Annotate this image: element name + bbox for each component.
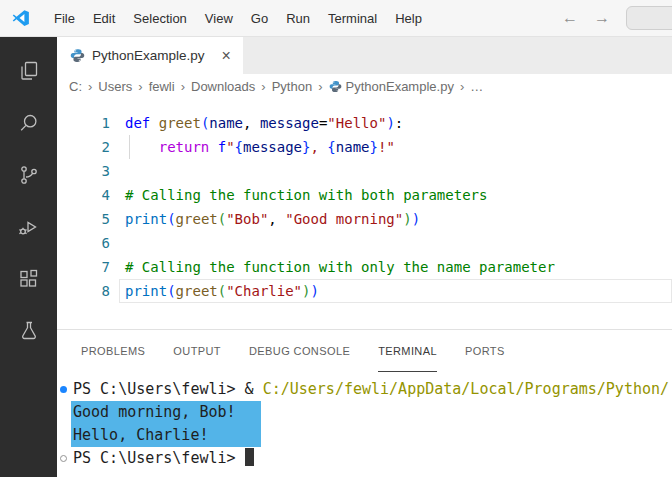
menu-go[interactable]: Go bbox=[242, 0, 277, 36]
python-file-icon bbox=[70, 48, 85, 63]
line-number: 8 bbox=[57, 279, 110, 303]
code-line: 7# Calling the function with only the na… bbox=[57, 255, 672, 279]
breadcrumb-separator: › bbox=[460, 79, 464, 94]
breadcrumb-separator: › bbox=[181, 79, 185, 94]
code-line: 5print(greet("Bob", "Good morning")) bbox=[57, 207, 672, 231]
source-control-icon[interactable] bbox=[17, 163, 41, 187]
indent-guide bbox=[129, 135, 130, 159]
terminal-line: PS C:\Users\fewli> bbox=[73, 447, 672, 470]
breadcrumb-separator: › bbox=[318, 79, 322, 94]
code-line: 6 bbox=[57, 231, 672, 255]
breadcrumb-item[interactable]: Downloads bbox=[191, 79, 255, 94]
tab-label: PythonExample.py bbox=[92, 48, 205, 63]
menu-view[interactable]: View bbox=[196, 0, 242, 36]
line-number: 1 bbox=[57, 111, 110, 135]
vscode-window: FileEditSelectionViewGoRunTerminalHelp ←… bbox=[0, 0, 672, 490]
terminal-cursor bbox=[245, 448, 254, 466]
menu-edit[interactable]: Edit bbox=[84, 0, 124, 36]
breadcrumb: C:›Users›fewli›Downloads›Python› PythonE… bbox=[57, 74, 672, 99]
code-line: 2 return f"{message}, {name}!" bbox=[57, 135, 672, 159]
breadcrumb-separator: › bbox=[138, 79, 142, 94]
terminal[interactable]: PS C:\Users\fewli> & C:/Users/fewli/AppD… bbox=[57, 372, 672, 477]
code-lines: 1def greet(name, message="Hello"):2 retu… bbox=[57, 111, 672, 303]
menu-help[interactable]: Help bbox=[386, 0, 431, 36]
command-decoration-icon bbox=[60, 386, 67, 393]
activity-bar bbox=[0, 37, 57, 477]
panel-tab-terminal[interactable]: TERMINAL bbox=[378, 330, 437, 372]
breadcrumb-item[interactable]: fewli bbox=[149, 79, 175, 94]
code-line: 8print(greet("Charlie")) bbox=[57, 279, 672, 303]
panel-tab-ports[interactable]: PORTS bbox=[465, 330, 505, 372]
bottom-panel: PROBLEMSOUTPUTDEBUG CONSOLETERMINALPORTS… bbox=[57, 329, 672, 477]
line-number: 3 bbox=[57, 159, 110, 183]
panel-tabbar: PROBLEMSOUTPUTDEBUG CONSOLETERMINALPORTS bbox=[57, 330, 672, 372]
menu-file[interactable]: File bbox=[45, 0, 84, 36]
terminal-lines: PS C:\Users\fewli> & C:/Users/fewli/AppD… bbox=[73, 378, 672, 470]
panel-tab-output[interactable]: OUTPUT bbox=[173, 330, 221, 372]
testing-icon[interactable] bbox=[17, 319, 41, 343]
tab-bar: PythonExample.py × bbox=[57, 37, 672, 74]
terminal-line: Hello, Charlie! bbox=[73, 424, 672, 447]
line-number: 6 bbox=[57, 231, 110, 255]
terminal-line: PS C:\Users\fewli> & C:/Users/fewli/AppD… bbox=[73, 378, 672, 401]
menu-bar: FileEditSelectionViewGoRunTerminalHelp bbox=[45, 0, 431, 36]
forward-button[interactable]: → bbox=[594, 9, 610, 27]
line-number: 2 bbox=[57, 135, 110, 159]
editor[interactable]: 1def greet(name, message="Hello"):2 retu… bbox=[57, 99, 672, 329]
terminal-selection: Hello, Charlie! bbox=[71, 424, 261, 447]
menu-run[interactable]: Run bbox=[277, 0, 319, 36]
panel-tab-debug-console[interactable]: DEBUG CONSOLE bbox=[249, 330, 350, 372]
line-number: 7 bbox=[57, 255, 110, 279]
back-button[interactable]: ← bbox=[562, 9, 578, 27]
code-line: 4# Calling the function with both parame… bbox=[57, 183, 672, 207]
code-line: 3 bbox=[57, 159, 672, 183]
breadcrumb-separator: › bbox=[88, 79, 92, 94]
search-icon[interactable] bbox=[17, 111, 41, 135]
panel-tab-problems[interactable]: PROBLEMS bbox=[81, 330, 145, 372]
command-center-searchbox[interactable] bbox=[626, 6, 672, 30]
python-file-icon bbox=[329, 80, 342, 93]
breadcrumb-item[interactable]: … bbox=[470, 79, 483, 94]
breadcrumb-item[interactable]: C: bbox=[69, 79, 82, 94]
terminal-line: Good morning, Bob! bbox=[73, 401, 672, 424]
breadcrumb-item[interactable]: Python bbox=[272, 79, 312, 94]
vscode-logo-icon bbox=[12, 9, 30, 27]
tab-pythonexample[interactable]: PythonExample.py × bbox=[57, 37, 243, 74]
titlebar: FileEditSelectionViewGoRunTerminalHelp ←… bbox=[0, 0, 672, 37]
breadcrumb-item[interactable]: PythonExample.py bbox=[329, 79, 454, 94]
extensions-icon[interactable] bbox=[17, 267, 41, 291]
run-debug-icon[interactable] bbox=[17, 215, 41, 239]
menu-terminal[interactable]: Terminal bbox=[319, 0, 386, 36]
tab-close-icon[interactable]: × bbox=[222, 48, 231, 64]
menu-selection[interactable]: Selection bbox=[124, 0, 195, 36]
command-decoration-icon bbox=[60, 455, 67, 462]
terminal-selection: Good morning, Bob! bbox=[71, 401, 261, 424]
breadcrumb-separator: › bbox=[261, 79, 265, 94]
explorer-icon[interactable] bbox=[17, 59, 41, 83]
code-line: 1def greet(name, message="Hello"): bbox=[57, 111, 672, 135]
line-number: 4 bbox=[57, 183, 110, 207]
editor-column: PythonExample.py × C:›Users›fewli›Downlo… bbox=[57, 37, 672, 477]
breadcrumb-item[interactable]: Users bbox=[98, 79, 132, 94]
line-number: 5 bbox=[57, 207, 110, 231]
